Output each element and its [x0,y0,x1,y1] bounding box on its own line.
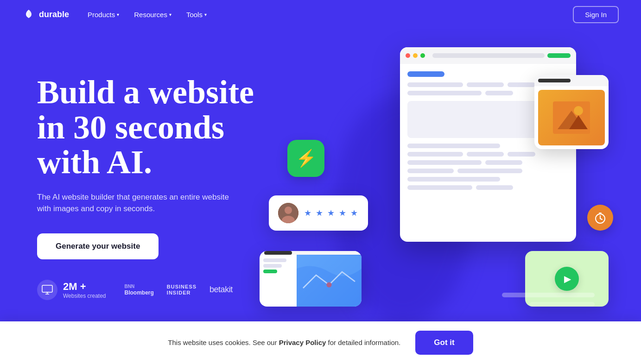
video-card: ▶ [525,251,609,307]
privacy-policy-link[interactable]: Privacy Policy [279,339,326,346]
content-row-7 [407,177,569,182]
content-row-5 [407,160,569,165]
stat-item: 2M + Websites created [37,280,106,300]
stat-number: 2M + [63,281,106,293]
content-pill [407,185,472,190]
url-bar [432,53,545,58]
hero-subtitle: The AI website builder that generates an… [37,191,241,215]
business-insider-logo: BUSINESS INSIDER [167,284,197,296]
products-chevron-icon: ▾ [117,12,119,17]
stats-section: 2M + Websites created BNN Bloomberg BUSI… [37,280,297,300]
lightning-bolt-icon: ⚡ [296,149,317,168]
content-pill [508,152,535,157]
map-card-top [260,251,362,255]
monitor-icon [37,280,57,300]
content-pill [407,177,500,182]
bloomberg-logo: BNN Bloomberg [125,284,154,296]
svg-rect-0 [42,285,52,292]
svg-point-9 [285,207,292,214]
timer-badge [587,205,613,231]
svg-line-13 [600,219,602,220]
generate-website-button[interactable]: Generate your website [37,233,159,259]
star-rating: ★ ★ ★ ★ ★ [304,208,359,218]
url-bar-right [547,53,571,58]
map-dark-bar [264,251,292,255]
image-card-dark-element [538,79,571,82]
image-card-visual [538,90,605,145]
tools-chevron-icon: ▾ [204,12,207,17]
content-pill [457,169,522,173]
content-row-6 [407,169,569,173]
lightning-card: ⚡ [287,140,324,177]
content-pill [476,185,513,190]
content-pill [407,144,500,148]
avatar-svg [278,203,298,223]
accent-bar [502,293,595,297]
content-pill [485,160,522,165]
timer-icon [594,211,607,224]
hero-title: Build a website in 30 seconds with AI. [37,75,297,180]
navbar: durable Products ▾ Resources ▾ Tools ▾ S… [0,0,641,29]
press-logos: BNN Bloomberg BUSINESS INSIDER betakit [125,284,233,296]
content-pill [467,82,504,87]
content-pill [407,169,454,173]
logo-icon [22,8,35,21]
map-svg [297,255,362,307]
content-pill [407,160,482,165]
window-dot-yellow [413,53,418,58]
resources-nav-link[interactable]: Resources ▾ [134,11,171,19]
content-row-8 [407,185,569,190]
hero-content: Build a website in 30 seconds with AI. T… [37,56,297,300]
content-bar-blue [407,71,444,77]
products-nav-link[interactable]: Products ▾ [88,11,119,19]
map-card [260,251,362,307]
content-pill [508,82,535,87]
content-pill [467,152,504,157]
content-row-4 [407,152,569,157]
content-pill [407,152,463,157]
tools-nav-link[interactable]: Tools ▾ [186,11,207,19]
stat-text: 2M + Websites created [63,281,106,299]
map-body [260,255,362,307]
map-field-green [263,270,277,273]
image-card [534,75,609,149]
browser-bar [400,47,576,64]
content-pill [407,82,463,87]
window-dot-green [420,53,425,58]
sign-in-button[interactable]: Sign In [573,6,619,23]
monitor-svg [42,285,53,295]
mountain-icon [553,101,590,134]
image-card-bar [534,75,609,86]
play-button[interactable]: ▶ [555,267,579,291]
map-field [263,264,282,268]
review-card: ★ ★ ★ ★ ★ [269,195,368,231]
got-it-button[interactable]: Got it [415,331,473,355]
hero-illustration: ⚡ [297,47,604,325]
logo-text: durable [39,10,69,19]
cookie-banner: This website uses cookies. See our Priva… [0,321,641,364]
resources-chevron-icon: ▾ [169,12,171,17]
play-icon: ▶ [564,273,571,284]
cookie-text: This website uses cookies. See our Priva… [168,338,400,348]
window-dot-red [406,53,410,58]
hero-section: Build a website in 30 seconds with AI. T… [0,29,641,325]
nav-links: Products ▾ Resources ▾ Tools ▾ [88,11,207,19]
nav-left: durable Products ▾ Resources ▾ Tools ▾ [22,8,207,21]
content-pill [485,91,513,95]
avatar [278,203,298,223]
betakit-logo: betakit [209,285,233,295]
content-pill [407,91,482,95]
svg-point-5 [574,106,583,115]
map-visual [297,255,362,307]
logo[interactable]: durable [22,8,69,21]
map-field [263,258,286,262]
stat-label: Websites created [63,293,106,299]
map-left-panel [260,255,297,307]
accent-bar-2 [530,302,595,307]
svg-point-17 [326,282,331,287]
